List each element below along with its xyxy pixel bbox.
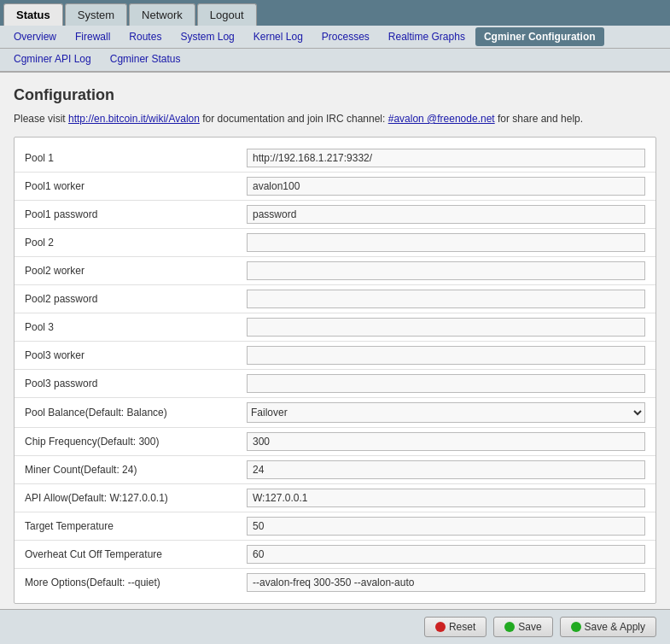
label-pool3-worker: Pool3 worker xyxy=(25,349,247,361)
input-pool3-password[interactable] xyxy=(247,374,645,393)
avalon-link[interactable]: http://en.bitcoin.it/wiki/Avalon xyxy=(68,113,200,125)
input-pool2-password[interactable] xyxy=(247,290,645,308)
input-pool2-worker[interactable] xyxy=(247,261,645,280)
tab-logout[interactable]: Logout xyxy=(197,3,257,26)
input-pool3[interactable] xyxy=(247,318,645,337)
reset-button[interactable]: Reset xyxy=(424,617,486,637)
info-text: Please visit http://en.bitcoin.it/wiki/A… xyxy=(14,113,656,125)
select-pool-balance[interactable]: Balance Failover Round-Robin xyxy=(247,402,645,423)
nav-cgminer-status[interactable]: Cgminer Status xyxy=(102,50,189,67)
input-pool1-password[interactable] xyxy=(247,205,645,224)
nav-firewall[interactable]: Firewall xyxy=(67,27,119,46)
third-nav: Cgminer API Log Cgminer Status xyxy=(0,49,670,73)
nav-kernel-log[interactable]: Kernel Log xyxy=(245,27,312,46)
form-row-pool2: Pool 2 xyxy=(15,229,655,257)
form-row-pool1-worker: Pool1 worker xyxy=(15,173,655,201)
form-row-pool1-password: Pool1 password xyxy=(15,201,655,229)
form-row-pool3-worker: Pool3 worker xyxy=(15,342,655,370)
input-chip-freq[interactable] xyxy=(247,432,645,451)
form-row-target-temp: Target Temperature xyxy=(15,512,655,541)
label-pool2-password: Pool2 password xyxy=(25,293,247,305)
input-pool3-worker[interactable] xyxy=(247,346,645,365)
reset-icon xyxy=(435,622,446,632)
nav-processes[interactable]: Processes xyxy=(313,27,378,46)
form-row-more-options: More Options(Default: --quiet) xyxy=(15,569,655,596)
save-button[interactable]: Save xyxy=(493,617,552,637)
nav-cgminer-api-log[interactable]: Cgminer API Log xyxy=(5,50,100,67)
label-pool3-password: Pool3 password xyxy=(25,378,247,389)
top-nav: Status System Network Logout xyxy=(0,0,670,26)
input-overheat-temp[interactable] xyxy=(247,545,645,564)
form-row-pool3: Pool 3 xyxy=(15,313,655,342)
input-more-options[interactable] xyxy=(247,573,645,592)
nav-system-log[interactable]: System Log xyxy=(172,27,242,46)
label-more-options: More Options(Default: --quiet) xyxy=(25,577,247,588)
form-row-pool-balance: Pool Balance(Default: Balance) Balance F… xyxy=(15,398,655,428)
label-target-temp: Target Temperature xyxy=(25,520,247,532)
input-pool1[interactable] xyxy=(247,149,645,167)
form-row-pool1: Pool 1 xyxy=(15,144,655,173)
form-row-chip-freq: Chip Frequency(Default: 300) xyxy=(15,428,655,456)
bottom-bar: Reset Save Save & Apply xyxy=(0,609,670,644)
label-pool2-worker: Pool2 worker xyxy=(25,265,247,277)
page-title: Configuration xyxy=(14,86,656,104)
input-pool1-worker[interactable] xyxy=(247,177,645,196)
form-row-overheat-temp: Overheat Cut Off Temperature xyxy=(15,541,655,569)
freenode-link[interactable]: #avalon @freenode.net xyxy=(388,113,495,125)
nav-routes[interactable]: Routes xyxy=(120,27,170,46)
main-content: Configuration Please visit http://en.bit… xyxy=(0,73,670,644)
label-chip-freq: Chip Frequency(Default: 300) xyxy=(25,436,247,448)
form-row-pool2-worker: Pool2 worker xyxy=(15,257,655,285)
label-pool3: Pool 3 xyxy=(25,321,247,333)
form-row-pool3-password: Pool3 password xyxy=(15,370,655,398)
label-pool1-password: Pool1 password xyxy=(25,208,247,220)
tab-system[interactable]: System xyxy=(65,3,127,26)
nav-overview[interactable]: Overview xyxy=(5,27,65,46)
input-miner-count[interactable] xyxy=(247,460,645,479)
form-row-pool2-password: Pool2 password xyxy=(15,285,655,313)
form-container: Pool 1 Pool1 worker Pool1 password Pool … xyxy=(14,137,656,604)
input-target-temp[interactable] xyxy=(247,517,645,536)
second-nav: Overview Firewall Routes System Log Kern… xyxy=(0,26,670,49)
label-miner-count: Miner Count(Default: 24) xyxy=(25,464,247,476)
input-api-allow[interactable] xyxy=(247,489,645,507)
form-row-api-allow: API Allow(Default: W:127.0.0.1) xyxy=(15,484,655,512)
tab-status[interactable]: Status xyxy=(3,3,63,26)
form-row-miner-count: Miner Count(Default: 24) xyxy=(15,456,655,484)
nav-realtime-graphs[interactable]: Realtime Graphs xyxy=(380,27,474,46)
nav-cgminer-configuration[interactable]: Cgminer Configuration xyxy=(475,27,604,46)
input-pool2[interactable] xyxy=(247,233,645,252)
label-pool1-worker: Pool1 worker xyxy=(25,180,247,192)
label-pool-balance: Pool Balance(Default: Balance) xyxy=(25,407,247,419)
label-pool2: Pool 2 xyxy=(25,237,247,249)
label-pool1: Pool 1 xyxy=(25,152,247,164)
save-apply-button[interactable]: Save & Apply xyxy=(560,617,656,637)
save-icon xyxy=(504,622,515,632)
label-overheat-temp: Overheat Cut Off Temperature xyxy=(25,548,247,560)
label-api-allow: API Allow(Default: W:127.0.0.1) xyxy=(25,492,247,504)
save-apply-icon xyxy=(571,622,581,632)
tab-network[interactable]: Network xyxy=(129,3,195,26)
